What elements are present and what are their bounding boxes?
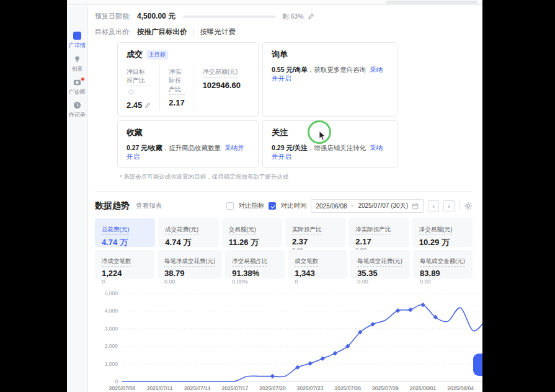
goal-card-inquiry: 询单 0.55 元/询单，获取更多意向咨询采纳并开启 — [262, 42, 397, 117]
clock-icon — [73, 100, 82, 109]
mouse-cursor-icon — [319, 131, 327, 143]
left-rail: 广详情 创意 广诊断 作记录 — [67, 6, 88, 392]
date-range-picker[interactable]: 2025/06/08 ~ 2025/07/07 (30天) — [311, 199, 424, 213]
trend-metric-cards-row1: 总花费(元) 4.74 万 0.00 成交花费(元) 4.74 万 0.00 交… — [95, 218, 473, 247]
letterbox: 广详情 创意 广诊断 作记录 — [0, 0, 555, 392]
goal-card-title: 成交 — [127, 49, 143, 60]
svg-text:2025/07/14: 2025/07/14 — [184, 385, 211, 391]
bid-by-impression-option[interactable]: 按曝光计费 — [200, 27, 236, 37]
svg-text:2025/07/23: 2025/07/23 — [297, 385, 324, 391]
svg-text:2025/07/17: 2025/07/17 — [222, 385, 249, 391]
metric-net-actual-roi: 净实际投产比 2.17 — [159, 65, 193, 110]
top-scrollbar[interactable] — [386, 1, 477, 4]
metric-card-net-orders[interactable]: 净成交笔数 1,224 0 — [95, 250, 154, 278]
goal-footnote: * 系统会尽可能达成你设置的目标，保持稳定投放有助于提升达成 — [120, 173, 473, 181]
svg-text:2025/07/20: 2025/07/20 — [259, 385, 286, 391]
click-indicator-ring — [308, 120, 331, 144]
metric-net-target-roi: 净目标投产比 2.45 — [127, 65, 159, 110]
budget-label: 预算日限额: — [95, 12, 131, 21]
budget-remaining: 剩 63% — [282, 12, 303, 21]
sidebar-item-history[interactable]: 作记录 — [67, 100, 87, 123]
compare-metric-checkbox[interactable] — [226, 202, 234, 210]
top-strip — [67, 0, 482, 5]
metric-card-actual-roi[interactable]: 实际投产比 2.37 0.00 — [285, 218, 345, 247]
sidebar-item-label: 广详情 — [69, 42, 86, 50]
metric-net-gmv: 净交易额(元) 102946.60 — [193, 65, 249, 110]
svg-text:3,000: 3,000 — [105, 326, 118, 332]
info-icon[interactable] — [128, 89, 134, 95]
edit-budget-icon[interactable] — [308, 13, 314, 20]
metric-card-net-gmv-ratio[interactable]: 净交易额占比 91.38% 0.00% — [225, 250, 285, 278]
svg-text:2,000: 2,000 — [105, 343, 118, 349]
compare-time-checkbox[interactable] — [269, 202, 276, 210]
line-chart: 01,0002,0003,0004,0005,0002025/07/082025… — [95, 285, 482, 392]
sidebar-item-promo-detail[interactable]: 广详情 — [67, 32, 87, 55]
primary-goal-badge: 主目标 — [146, 50, 168, 60]
svg-text:0: 0 — [115, 378, 118, 385]
section-title: 数据趋势 — [95, 200, 130, 212]
settings-gear-icon[interactable] — [464, 202, 473, 210]
goal-card-deal: 成交 主目标 净目标投产比 2.45 — [117, 42, 259, 117]
bulb-icon — [73, 55, 82, 63]
promo-detail-icon — [73, 32, 81, 40]
svg-text:2025/07/29: 2025/07/29 — [372, 385, 399, 391]
edit-roi-icon[interactable] — [144, 102, 151, 109]
calendar-icon — [412, 203, 419, 210]
svg-text:1,000: 1,000 — [105, 361, 118, 367]
metric-card-orders[interactable]: 成交笔数 1,343 0 — [288, 250, 347, 278]
svg-text:2025/07/26: 2025/07/26 — [334, 385, 361, 391]
floating-side-button[interactable] — [473, 354, 482, 376]
divider — [459, 202, 460, 210]
view-report-link[interactable]: 查看报表 — [136, 202, 162, 210]
metric-card-deal-spend[interactable]: 成交花费(元) 4.74 万 0.00 — [158, 218, 218, 247]
bidding-row: 目标及出价: 按推广目标出价 按曝光计费 — [95, 27, 473, 37]
metric-card-cost-per-order[interactable]: 每笔成交花费(元) 35.35 0.00 — [350, 250, 410, 278]
svg-text:2025/08/01: 2025/08/01 — [410, 385, 437, 391]
main-content: 预算日限额: 4,500.00 元 剩 63% 目标及出价: 按推广目标出价 按… — [89, 5, 482, 392]
goal-cards: 成交 主目标 净目标投产比 2.45 — [117, 42, 397, 168]
budget-row: 预算日限额: 4,500.00 元 剩 63% — [95, 11, 473, 22]
trend-header: 数据趋势 查看报表 对比指标 对比时间 2025/06/08 ~ 2025/07… — [95, 199, 473, 213]
app-window: 广详情 创意 广诊断 作记录 — [67, 0, 482, 392]
sidebar-item-creative[interactable]: 创意 — [67, 55, 87, 78]
metric-card-amount-per-order[interactable]: 每笔成交金额(元) 83.89 0.00 — [413, 250, 473, 278]
camera-icon — [73, 78, 82, 86]
section-divider — [95, 191, 473, 192]
prev-period-button[interactable]: ‹ — [428, 200, 439, 212]
svg-text:2025/07/08: 2025/07/08 — [109, 385, 136, 391]
metric-card-gmv[interactable]: 交易额(元) 11.26 万 0.00 — [222, 218, 282, 247]
trend-chart-area: 01,0002,0003,0004,0005,0002025/07/082025… — [95, 285, 473, 392]
sidebar-item-label: 广诊断 — [69, 88, 86, 96]
sidebar-item-label: 作记录 — [69, 111, 86, 119]
budget-amount: 4,500.00 元 — [137, 11, 175, 22]
metric-card-total-spend[interactable]: 总花费(元) 4.74 万 0.00 — [95, 218, 155, 247]
svg-text:5,000: 5,000 — [105, 290, 118, 296]
bid-by-goal-option[interactable]: 按推广目标出价 — [137, 27, 187, 37]
trend-metric-cards-row2: 净成交笔数 1,224 0 每笔净成交花费(元) 38.79 0.00 净交易额… — [95, 250, 473, 278]
sidebar-item-label: 创意 — [72, 65, 83, 73]
metric-card-net-cost-per-order[interactable]: 每笔净成交花费(元) 38.79 0.00 — [158, 250, 222, 278]
divider — [193, 29, 194, 35]
svg-text:4,000: 4,000 — [105, 308, 118, 314]
svg-text:2025/08/04: 2025/08/04 — [447, 385, 474, 391]
budget-progress — [183, 16, 276, 18]
svg-text:2025/07/11: 2025/07/11 — [147, 385, 173, 391]
metric-card-net-gmv[interactable]: 净交易额(元) 10.29 万 0.00 — [412, 218, 473, 247]
next-period-button[interactable]: › — [443, 200, 455, 212]
goal-card-favorite: 收藏 0.27 元/收藏，提升商品收藏数量采纳并开启 — [117, 120, 259, 168]
notification-dot — [81, 78, 84, 81]
bidding-label: 目标及出价: — [95, 27, 131, 37]
sidebar-item-diagnose[interactable]: 广诊断 — [67, 78, 87, 100]
metric-card-net-actual-roi[interactable]: 净实际投产比 2.17 0.00 — [349, 218, 409, 247]
